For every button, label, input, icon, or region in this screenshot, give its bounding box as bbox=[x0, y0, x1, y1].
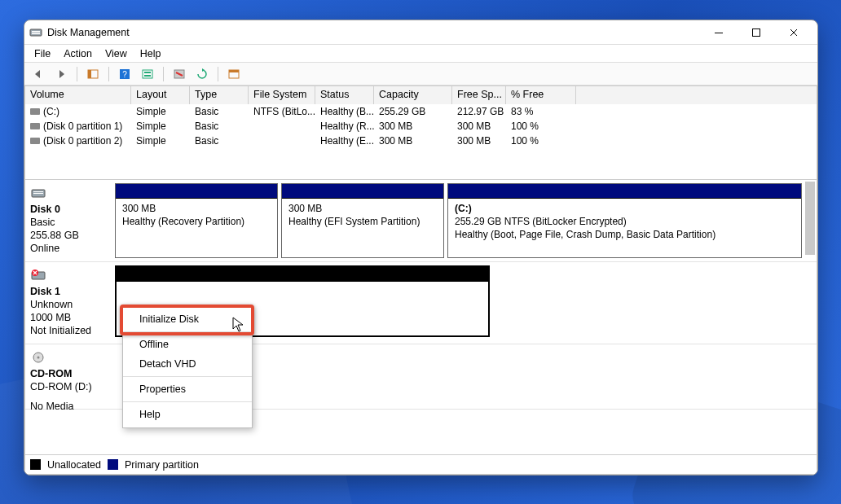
cell-volume: (Disk 0 partition 1) bbox=[43, 121, 122, 132]
scrollbar[interactable] bbox=[805, 182, 815, 255]
ctx-separator bbox=[123, 401, 252, 402]
forward-button[interactable] bbox=[52, 65, 70, 83]
col-pct-free[interactable]: % Free bbox=[506, 86, 576, 104]
disk-status: Not Initialized bbox=[30, 324, 107, 337]
close-button[interactable] bbox=[775, 20, 812, 45]
col-capacity[interactable]: Capacity bbox=[374, 86, 452, 104]
menu-view[interactable]: View bbox=[99, 46, 134, 61]
partition-recovery[interactable]: 300 MB Healthy (Recovery Partition) bbox=[115, 183, 278, 258]
drive-icon bbox=[30, 138, 40, 144]
disk-row[interactable]: Disk 0 Basic 255.88 GB Online 300 MB Hea… bbox=[25, 180, 817, 262]
cell-volume: (C:) bbox=[43, 106, 59, 117]
col-layout[interactable]: Layout bbox=[131, 86, 190, 104]
svg-rect-3 bbox=[715, 33, 723, 33]
disk-header[interactable]: Disk 1 Unknown 1000 MB Not Initialized bbox=[25, 265, 112, 340]
cell-free: 212.97 GB bbox=[452, 104, 506, 119]
context-menu: Initialize Disk Offline Detach VHD Prope… bbox=[122, 305, 253, 428]
table-row[interactable]: (C:) Simple Basic NTFS (BitLo... Healthy… bbox=[25, 104, 817, 119]
disk-name: Disk 0 bbox=[30, 203, 107, 216]
ctx-separator bbox=[123, 331, 252, 332]
disk-size: 255.88 GB bbox=[30, 229, 107, 242]
ctx-separator bbox=[123, 376, 252, 377]
partition-title: (C:) bbox=[455, 203, 472, 214]
legend-swatch-primary bbox=[108, 459, 118, 470]
list-button[interactable] bbox=[225, 65, 243, 83]
svg-rect-11 bbox=[144, 75, 151, 77]
ctx-help[interactable]: Help bbox=[123, 405, 252, 424]
cell-status: Healthy (R... bbox=[315, 119, 374, 134]
col-file-system[interactable]: File System bbox=[249, 86, 315, 104]
cdrom-icon bbox=[30, 351, 107, 367]
legend-unallocated: Unallocated bbox=[47, 459, 101, 471]
menu-help[interactable]: Help bbox=[134, 46, 168, 61]
partition-cap bbox=[117, 267, 488, 282]
disk-type: Basic bbox=[30, 216, 107, 229]
cell-capacity: 255.29 GB bbox=[374, 104, 452, 119]
legend-primary: Primary partition bbox=[125, 459, 199, 471]
cell-free: 300 MB bbox=[452, 134, 506, 148]
cell-type: Basic bbox=[190, 134, 249, 148]
window-title: Disk Management bbox=[47, 27, 130, 38]
window: Disk Management File Action View Help ? … bbox=[24, 20, 818, 476]
partition-size: 255.29 GB NTFS (BitLocker Encrypted) bbox=[455, 215, 795, 228]
cell-free: 300 MB bbox=[452, 119, 506, 134]
ctx-detach-vhd[interactable]: Detach VHD bbox=[123, 354, 252, 374]
partition-status: Healthy (EFI System Partition) bbox=[288, 215, 437, 228]
partition-status: Healthy (Boot, Page File, Crash Dump, Ba… bbox=[455, 228, 795, 241]
minimize-button[interactable] bbox=[700, 20, 738, 45]
hard-disk-icon bbox=[30, 186, 107, 203]
menubar: File Action View Help bbox=[24, 45, 817, 63]
disk-header[interactable]: Disk 0 Basic 255.88 GB Online bbox=[25, 183, 112, 258]
col-status[interactable]: Status bbox=[315, 86, 374, 104]
disk-status: No Media bbox=[30, 400, 107, 413]
volume-table: Volume Layout Type File System Status Ca… bbox=[24, 85, 817, 180]
disk-status: Online bbox=[30, 242, 107, 255]
col-type[interactable]: Type bbox=[190, 86, 249, 104]
cell-status: Healthy (E... bbox=[315, 134, 374, 148]
partition-cap bbox=[116, 184, 277, 199]
refresh-button[interactable] bbox=[193, 65, 211, 83]
svg-text:?: ? bbox=[122, 70, 127, 79]
cell-layout: Simple bbox=[131, 134, 190, 148]
settings-button[interactable] bbox=[139, 65, 156, 83]
svg-rect-17 bbox=[33, 193, 43, 194]
col-free-space[interactable]: Free Sp... bbox=[452, 86, 506, 104]
table-row[interactable]: (Disk 0 partition 2) Simple Basic Health… bbox=[25, 134, 817, 148]
menu-file[interactable]: File bbox=[28, 46, 57, 61]
disk-header[interactable]: CD-ROM CD-ROM (D:) No Media bbox=[25, 348, 112, 405]
ctx-offline[interactable]: Offline bbox=[123, 335, 252, 354]
cell-fs bbox=[249, 119, 315, 134]
drive-icon bbox=[30, 108, 40, 115]
table-header-row: Volume Layout Type File System Status Ca… bbox=[25, 86, 817, 104]
cell-type: Basic bbox=[190, 104, 249, 119]
show-hide-console-tree-button[interactable] bbox=[84, 65, 102, 83]
menu-action[interactable]: Action bbox=[57, 46, 99, 61]
action-button[interactable] bbox=[170, 65, 188, 83]
help-button[interactable]: ? bbox=[116, 65, 134, 83]
disk-name: Disk 1 bbox=[30, 285, 107, 298]
ctx-initialize-disk[interactable]: Initialize Disk bbox=[123, 309, 252, 329]
partition-status: Healthy (Recovery Partition) bbox=[122, 215, 271, 228]
col-volume[interactable]: Volume bbox=[25, 86, 131, 104]
cell-type: Basic bbox=[190, 119, 249, 134]
cell-layout: Simple bbox=[131, 119, 190, 134]
app-icon bbox=[29, 26, 42, 39]
cell-volume: (Disk 0 partition 2) bbox=[43, 135, 122, 147]
legend-swatch-unallocated bbox=[30, 459, 41, 470]
partition-c[interactable]: (C:) 255.29 GB NTFS (BitLocker Encrypted… bbox=[447, 183, 802, 258]
maximize-button[interactable] bbox=[738, 20, 775, 45]
svg-rect-1 bbox=[32, 31, 40, 33]
svg-rect-4 bbox=[753, 28, 760, 36]
partition-efi[interactable]: 300 MB Healthy (EFI System Partition) bbox=[281, 183, 444, 258]
disk-mount: CD-ROM (D:) bbox=[30, 380, 107, 393]
ctx-properties[interactable]: Properties bbox=[123, 379, 252, 399]
cell-status: Healthy (B... bbox=[315, 104, 374, 119]
cell-capacity: 300 MB bbox=[374, 134, 452, 148]
table-row[interactable]: (Disk 0 partition 1) Simple Basic Health… bbox=[25, 119, 817, 134]
partition-cap bbox=[448, 184, 801, 199]
col-spacer bbox=[576, 86, 817, 104]
titlebar[interactable]: Disk Management bbox=[24, 20, 817, 45]
cell-pfree: 100 % bbox=[506, 119, 576, 134]
back-button[interactable] bbox=[29, 65, 47, 83]
svg-point-21 bbox=[37, 357, 40, 359]
